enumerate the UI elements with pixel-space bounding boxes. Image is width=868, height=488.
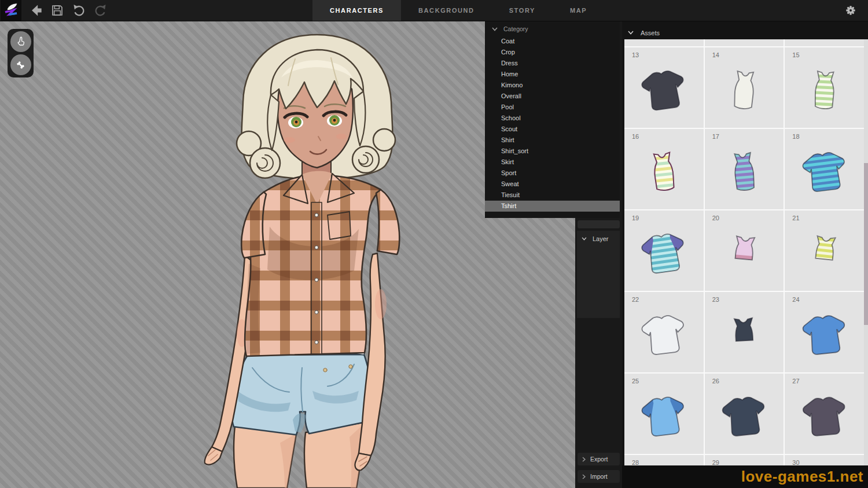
asset-number: 24 bbox=[792, 296, 799, 303]
chevron-right-icon bbox=[582, 474, 586, 479]
character-editor-app: CHARACTERSBACKGROUNDSTORYMAP bbox=[0, 0, 868, 488]
hand-tool-button[interactable] bbox=[10, 31, 31, 52]
export-label: Export bbox=[590, 456, 608, 463]
quill-logo-icon bbox=[2, 2, 20, 19]
character-illustration bbox=[150, 21, 428, 488]
toolbar: CHARACTERSBACKGROUNDSTORYMAP bbox=[0, 0, 868, 21]
asset-thumbnail bbox=[637, 146, 690, 199]
chevron-down-icon bbox=[492, 27, 498, 31]
main-tabs: CHARACTERSBACKGROUNDSTORYMAP bbox=[312, 0, 604, 21]
asset-number: 14 bbox=[712, 51, 719, 58]
undo-button[interactable] bbox=[68, 0, 89, 21]
assets-panel: Assets 131415161718192021222324252627282… bbox=[622, 21, 868, 488]
asset-cell-26[interactable]: 26 bbox=[705, 374, 784, 454]
collapsed-panel-bar[interactable] bbox=[578, 220, 620, 228]
asset-thumbnail bbox=[637, 64, 690, 117]
chevron-down-icon bbox=[582, 237, 587, 241]
pose-tool-button[interactable] bbox=[10, 54, 31, 75]
category-item-home[interactable]: Home bbox=[485, 69, 620, 80]
asset-cell-21[interactable]: 21 bbox=[785, 210, 864, 291]
asset-thumbnail bbox=[798, 146, 851, 199]
category-item-skirt[interactable]: Skirt bbox=[485, 157, 620, 168]
category-item-scout[interactable]: Scout bbox=[485, 124, 620, 135]
category-panel: Category CoatCropDressHomeKimonoOverallP… bbox=[485, 21, 620, 218]
category-item-shirt_sort[interactable]: Shirt_sort bbox=[485, 146, 620, 157]
asset-thumbnail bbox=[718, 390, 771, 443]
save-button[interactable] bbox=[47, 0, 68, 21]
asset-cell-20[interactable]: 20 bbox=[705, 210, 784, 291]
asset-cell-18[interactable]: 18 bbox=[785, 129, 864, 209]
asset-cell-partial[interactable] bbox=[624, 39, 704, 46]
assets-header[interactable]: Assets bbox=[622, 26, 868, 39]
asset-thumbnail bbox=[718, 227, 771, 280]
app-logo[interactable] bbox=[1, 0, 21, 21]
asset-cell-22[interactable]: 22 bbox=[624, 292, 704, 372]
import-label: Import bbox=[590, 473, 608, 480]
back-button[interactable] bbox=[26, 0, 47, 21]
asset-thumbnail bbox=[718, 64, 771, 117]
asset-thumbnail bbox=[798, 390, 851, 443]
asset-cell-27[interactable]: 27 bbox=[785, 374, 864, 454]
asset-thumbnail bbox=[718, 309, 771, 362]
asset-number: 23 bbox=[712, 296, 719, 303]
category-header[interactable]: Category bbox=[485, 21, 620, 36]
asset-number: 26 bbox=[712, 378, 719, 385]
asset-number: 16 bbox=[632, 133, 639, 140]
category-item-coat[interactable]: Coat bbox=[485, 36, 620, 47]
category-item-sweat[interactable]: Sweat bbox=[485, 179, 620, 190]
category-item-tiesuit[interactable]: Tiesuit bbox=[485, 190, 620, 201]
asset-thumbnail bbox=[798, 64, 851, 117]
pointing-hand-icon bbox=[16, 36, 26, 47]
asset-cell-17[interactable]: 17 bbox=[705, 129, 784, 209]
chevron-down-icon bbox=[628, 31, 634, 35]
import-button[interactable]: Import bbox=[578, 470, 620, 483]
category-item-tshirt[interactable]: Tshirt bbox=[485, 201, 620, 212]
bone-icon bbox=[15, 60, 26, 71]
export-button[interactable]: Export bbox=[578, 453, 620, 465]
category-list: CoatCropDressHomeKimonoOverallPoolSchool… bbox=[485, 36, 620, 212]
settings-button[interactable] bbox=[840, 0, 861, 21]
tab-background[interactable]: BACKGROUND bbox=[401, 0, 492, 21]
asset-number: 20 bbox=[712, 215, 719, 221]
watermark-text: love-games1.net bbox=[741, 468, 863, 486]
tab-story[interactable]: STORY bbox=[492, 0, 553, 21]
asset-cell-19[interactable]: 19 bbox=[624, 210, 704, 291]
layer-panel: Layer bbox=[577, 231, 620, 318]
asset-cell-23[interactable]: 23 bbox=[705, 292, 784, 372]
category-item-school[interactable]: School bbox=[485, 113, 620, 124]
asset-number: 22 bbox=[632, 296, 639, 303]
asset-thumbnail bbox=[637, 390, 690, 443]
redo-button[interactable] bbox=[90, 0, 111, 21]
back-arrow-icon bbox=[29, 3, 44, 18]
asset-thumbnail bbox=[798, 309, 851, 362]
asset-thumbnail bbox=[798, 227, 851, 280]
asset-number: 18 bbox=[792, 133, 799, 140]
asset-cell-13[interactable]: 13 bbox=[624, 47, 704, 128]
category-item-overall[interactable]: Overall bbox=[485, 91, 620, 102]
asset-cell-partial[interactable] bbox=[705, 39, 784, 46]
assets-scrollbar[interactable] bbox=[864, 39, 868, 465]
category-item-kimono[interactable]: Kimono bbox=[485, 80, 620, 91]
category-item-crop[interactable]: Crop bbox=[485, 47, 620, 58]
gear-icon bbox=[844, 3, 858, 17]
asset-cell-25[interactable]: 25 bbox=[624, 374, 704, 454]
asset-cell-partial[interactable] bbox=[785, 39, 864, 46]
asset-number: 25 bbox=[632, 378, 639, 385]
category-item-sport[interactable]: Sport bbox=[485, 168, 620, 179]
asset-cell-15[interactable]: 15 bbox=[785, 47, 864, 128]
asset-number: 19 bbox=[632, 215, 639, 221]
layer-header[interactable]: Layer bbox=[577, 231, 620, 246]
tab-characters[interactable]: CHARACTERS bbox=[312, 0, 401, 21]
asset-number: 21 bbox=[792, 215, 799, 221]
asset-cell-16[interactable]: 16 bbox=[624, 129, 704, 209]
asset-number: 17 bbox=[712, 133, 719, 140]
tab-map[interactable]: MAP bbox=[553, 0, 604, 21]
category-item-pool[interactable]: Pool bbox=[485, 102, 620, 113]
category-item-shirt[interactable]: Shirt bbox=[485, 135, 620, 146]
layer-header-label: Layer bbox=[593, 235, 609, 242]
assets-scrollbar-thumb[interactable] bbox=[864, 163, 868, 325]
asset-cell-14[interactable]: 14 bbox=[705, 47, 784, 128]
asset-cell-24[interactable]: 24 bbox=[785, 292, 864, 372]
category-header-label: Category bbox=[503, 25, 528, 32]
category-item-dress[interactable]: Dress bbox=[485, 58, 620, 69]
